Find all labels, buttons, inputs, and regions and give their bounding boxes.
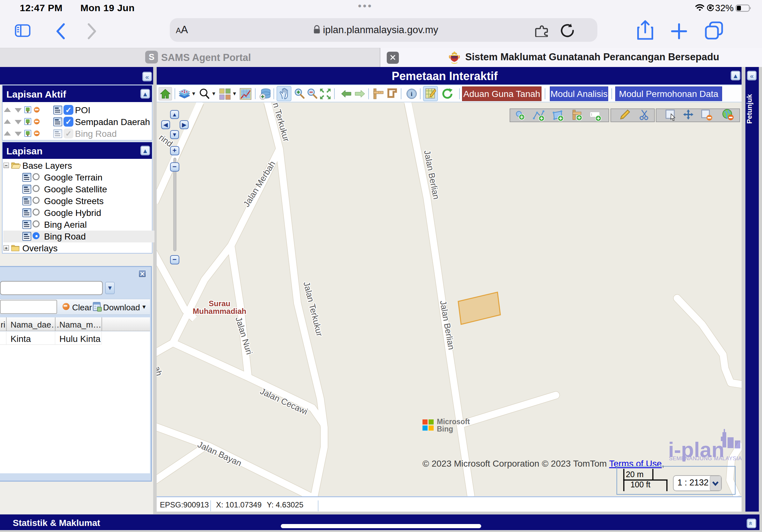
svg-text:Bing: Bing [437, 425, 453, 433]
svg-text:▶: ▶ [182, 122, 187, 128]
svg-text:1 : 2132: 1 : 2132 [677, 478, 709, 487]
svg-text:◀: ◀ [163, 122, 168, 128]
svg-text:i: i [411, 91, 412, 97]
svg-text:−: − [173, 163, 177, 170]
svg-text:20 m: 20 m [626, 470, 644, 479]
svg-text:SEMENANJUNG MALAYSIA: SEMENANJUNG MALAYSIA [669, 455, 741, 461]
svg-text:100 ft: 100 ft [631, 480, 650, 489]
svg-text:Surau: Surau [209, 299, 230, 308]
svg-text:▲: ▲ [172, 112, 178, 118]
svg-text:−: − [173, 255, 177, 263]
svg-text:© 2023 Microsoft Corporation ©: © 2023 Microsoft Corporation © 2023 TomT… [422, 459, 664, 469]
svg-text:Muhammadiah: Muhammadiah [193, 307, 246, 315]
svg-text:▼: ▼ [172, 132, 178, 138]
svg-text:+: + [173, 146, 177, 154]
